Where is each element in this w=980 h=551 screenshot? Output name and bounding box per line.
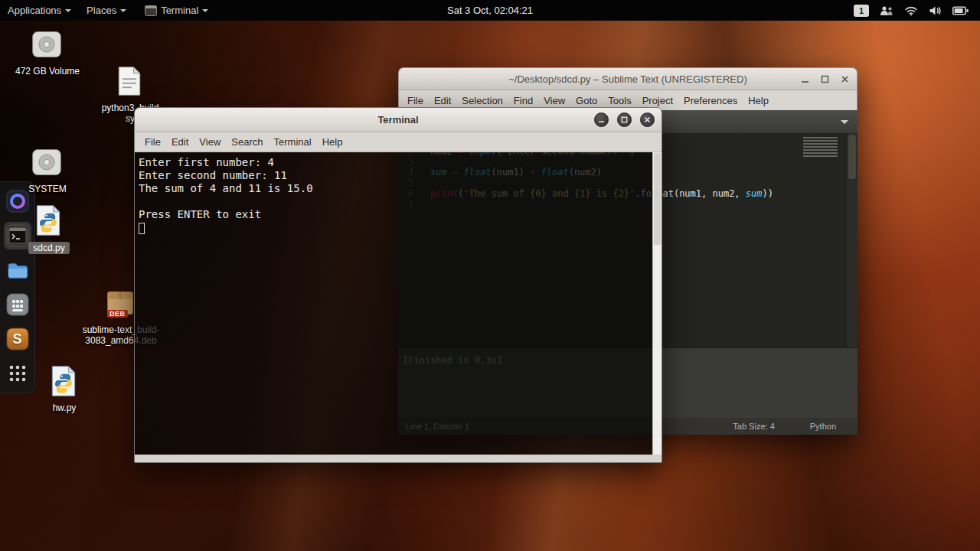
desktop-icon-sdcd-py[interactable]: sdcd.py <box>12 204 86 254</box>
drive-icon <box>30 28 65 63</box>
menu-item-edit[interactable]: Edit <box>166 136 194 148</box>
terminal-line: Enter second number: 11 <box>139 169 649 182</box>
minimize-icon[interactable] <box>594 112 609 127</box>
terminal-window-controls <box>594 108 655 132</box>
minimap[interactable] <box>799 133 847 347</box>
menu-item-preferences[interactable]: Preferences <box>678 95 743 106</box>
chevron-down-icon <box>65 9 71 15</box>
places-label: Places <box>87 5 116 16</box>
terminal-menubar: FileEditViewSearchTerminalHelp <box>135 132 662 152</box>
menu-item-goto[interactable]: Goto <box>570 95 603 106</box>
minimize-icon[interactable] <box>801 75 809 83</box>
sublime-window-title: ~/Desktop/sdcd.py – Sublime Text (UNREGI… <box>508 73 747 85</box>
sublime-app-icon[interactable]: S <box>4 325 31 353</box>
menu-item-project[interactable]: Project <box>637 95 678 106</box>
desktop: 472 GB Volumepython3_buildsySYSTEMsdcd.p… <box>0 0 980 551</box>
menu-item-search[interactable]: Search <box>226 136 268 148</box>
sublime-window-controls <box>801 68 849 90</box>
applications-label: Applications <box>8 5 61 16</box>
utility-app-icon[interactable] <box>4 291 31 318</box>
active-app-indicator[interactable]: Terminal <box>137 0 216 21</box>
files-app-icon[interactable] <box>4 256 31 284</box>
terminal-window-title: Terminal <box>377 114 418 126</box>
close-icon[interactable] <box>841 75 849 83</box>
applications-menu[interactable]: Applications <box>0 0 79 21</box>
terminal-output[interactable]: Enter first number: 4Enter second number… <box>135 152 662 455</box>
desktop-icon-system[interactable]: SYSTEM <box>11 145 84 194</box>
terminal-line: Press ENTER to exit <box>139 208 649 221</box>
volume-icon[interactable] <box>929 5 942 16</box>
desktop-icon-label: hw.py <box>53 403 77 413</box>
sublime-titlebar[interactable]: ~/Desktop/sdcd.py – Sublime Text (UNREGI… <box>398 67 858 90</box>
desktop-icon-label: 472 GB Volume <box>15 66 80 77</box>
close-icon[interactable] <box>640 112 655 127</box>
clock[interactable]: Sat 3 Oct, 02:04:21 <box>447 5 533 16</box>
editor-scrollbar[interactable] <box>847 133 858 347</box>
python-icon <box>31 204 67 239</box>
sublime-letter: S <box>4 325 31 353</box>
users-icon[interactable] <box>880 5 893 16</box>
terminal-bottom-edge <box>135 455 662 462</box>
terminal-line: Enter first number: 4 <box>139 156 649 169</box>
menu-item-view[interactable]: View <box>538 95 570 106</box>
chevron-down-icon <box>202 9 208 15</box>
deb-badge: DEB <box>107 310 128 318</box>
workspace-indicator[interactable]: 1 <box>854 5 869 17</box>
maximize-icon[interactable] <box>617 112 632 127</box>
editor-scrollbar-thumb[interactable] <box>848 135 856 179</box>
active-app-label: Terminal <box>161 5 198 16</box>
terminal-scrollbar[interactable] <box>652 152 662 455</box>
menu-item-find[interactable]: Find <box>508 95 538 106</box>
menu-item-view[interactable]: View <box>194 136 226 148</box>
system-tray: 1 <box>854 0 980 21</box>
wifi-icon[interactable] <box>904 5 918 16</box>
textfile-icon <box>113 64 148 99</box>
desktop-icon-label: sdcd.py <box>28 242 69 254</box>
desktop-icon-label: SYSTEM <box>28 184 66 194</box>
top-bar: Applications Places Terminal Sat 3 Oct, … <box>0 0 980 21</box>
places-menu[interactable]: Places <box>79 0 134 21</box>
desktop-icon-hw-py[interactable]: hw.py <box>28 364 101 413</box>
terminal-cursor <box>139 223 145 234</box>
menu-item-tools[interactable]: Tools <box>603 95 636 106</box>
menu-item-help[interactable]: Help <box>317 136 348 148</box>
menu-item-file[interactable]: File <box>402 95 429 106</box>
desktop-icon-volume-472[interactable]: 472 GB Volume <box>11 28 84 77</box>
terminal-titlebar[interactable]: Terminal <box>135 108 662 132</box>
chevron-down-icon <box>120 9 126 15</box>
maximize-icon[interactable] <box>821 75 829 83</box>
drive-icon <box>30 145 65 181</box>
menu-item-file[interactable]: File <box>139 136 166 148</box>
terminal-window: Terminal FileEditViewSearchTerminalHelp … <box>134 107 662 463</box>
terminal-mini-icon <box>145 5 157 16</box>
python-icon <box>47 364 82 399</box>
tab-overflow-icon[interactable] <box>841 120 848 128</box>
syntax-mode[interactable]: Python <box>810 422 836 431</box>
battery-icon[interactable] <box>952 6 969 15</box>
menu-item-selection[interactable]: Selection <box>456 95 508 106</box>
terminal-line: The sum of 4 and 11 is 15.0 <box>139 182 649 195</box>
tab-size-indicator[interactable]: Tab Size: 4 <box>733 422 774 431</box>
menu-item-edit[interactable]: Edit <box>429 95 456 106</box>
terminal-lines: Enter first number: 4Enter second number… <box>139 156 649 221</box>
terminal-line <box>139 195 649 208</box>
terminal-scrollbar-thumb[interactable] <box>654 153 661 245</box>
menu-item-help[interactable]: Help <box>743 95 774 106</box>
menu-item-terminal[interactable]: Terminal <box>269 136 317 148</box>
